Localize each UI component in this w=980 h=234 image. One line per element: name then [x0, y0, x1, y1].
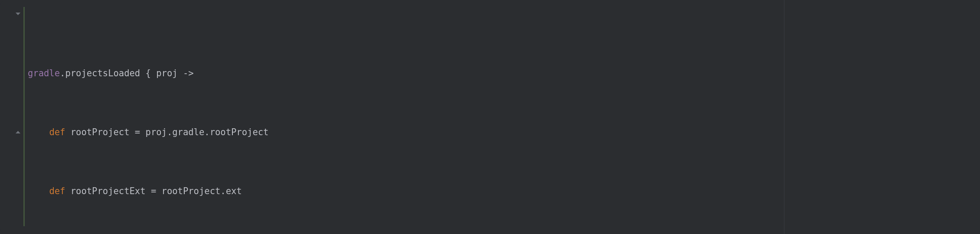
token-keyword: def [49, 186, 65, 196]
code-line: def rootProject = proj.gradle.rootProjec… [28, 125, 980, 140]
token-text: .projectsLoaded { proj -> [60, 68, 194, 78]
closure-start-icon[interactable] [15, 11, 21, 17]
code-line: gradle.projectsLoaded { proj -> [28, 66, 980, 81]
scope-indicator [23, 7, 25, 226]
token-text: rootProjectExt = rootProject.ext [65, 186, 242, 196]
code-editor[interactable]: gradle.projectsLoaded { proj -> def root… [0, 0, 980, 234]
token-text: rootProject = proj.gradle.rootProject [65, 127, 268, 137]
editor-gutter [0, 0, 25, 234]
token-keyword: def [49, 127, 65, 137]
right-margin-ruler [784, 0, 784, 234]
code-content[interactable]: gradle.projectsLoaded { proj -> def root… [25, 0, 980, 234]
code-line: def rootProjectExt = rootProject.ext [28, 184, 980, 198]
closure-end-icon[interactable] [15, 129, 21, 135]
token-identifier: gradle [28, 68, 60, 78]
